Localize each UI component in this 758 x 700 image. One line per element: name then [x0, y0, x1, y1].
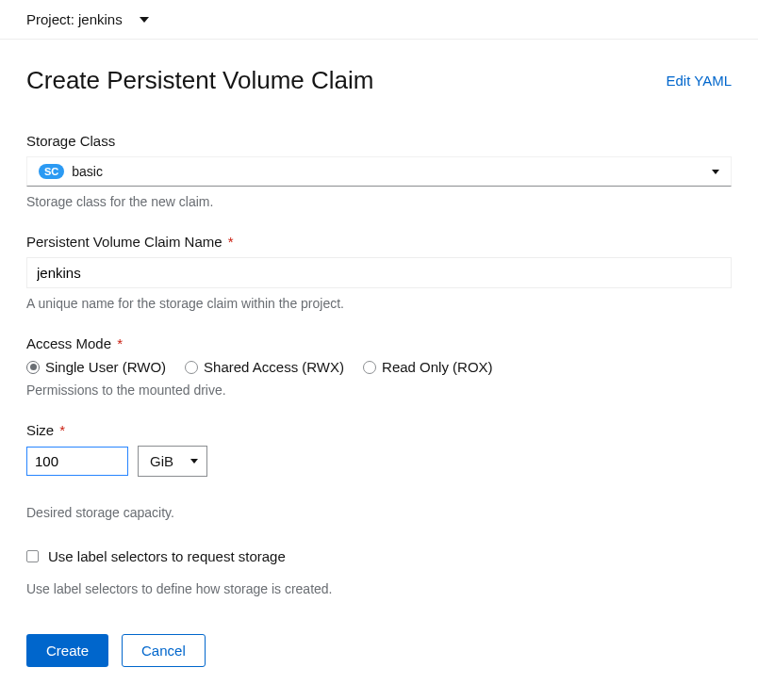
label-selectors-help: Use label selectors to define how storag… — [26, 581, 732, 596]
size-input[interactable] — [26, 447, 128, 476]
access-mode-help: Permissions to the mounted drive. — [26, 383, 732, 398]
access-mode-rwx[interactable]: Shared Access (RWX) — [185, 359, 344, 375]
size-help: Desired storage capacity. — [26, 505, 732, 520]
access-mode-label: Access Mode * — [26, 335, 732, 351]
storage-class-value: basic — [72, 164, 103, 179]
radio-icon — [185, 361, 198, 374]
radio-icon — [26, 361, 40, 374]
edit-yaml-link[interactable]: Edit YAML — [667, 73, 732, 89]
pvc-name-help: A unique name for the storage claim with… — [26, 296, 732, 311]
page-title: Create Persistent Volume Claim — [26, 66, 373, 95]
caret-down-icon — [712, 170, 719, 174]
create-button[interactable]: Create — [26, 634, 108, 667]
caret-down-icon — [140, 17, 149, 23]
storage-class-label: Storage Class — [26, 133, 732, 149]
size-unit-dropdown[interactable]: GiB — [138, 446, 207, 477]
cancel-button[interactable]: Cancel — [122, 634, 206, 667]
project-label: Project: jenkins — [26, 11, 123, 27]
project-selector[interactable]: Project: jenkins — [0, 0, 758, 40]
caret-down-icon — [190, 459, 198, 464]
access-mode-rwo[interactable]: Single User (RWO) — [26, 359, 166, 375]
label-selectors-checkbox[interactable]: Use label selectors to request storage — [26, 548, 732, 564]
label-selectors-label: Use label selectors to request storage — [48, 548, 286, 564]
pvc-name-label: Persistent Volume Claim Name * — [26, 234, 732, 250]
storage-class-help: Storage class for the new claim. — [26, 194, 732, 209]
pvc-name-input[interactable] — [26, 257, 732, 288]
checkbox-icon — [26, 550, 39, 562]
access-mode-rox[interactable]: Read Only (ROX) — [363, 359, 493, 375]
radio-icon — [363, 361, 376, 374]
sc-badge-icon: SC — [39, 164, 64, 179]
storage-class-dropdown[interactable]: SC basic — [26, 156, 732, 187]
size-label: Size * — [26, 422, 732, 438]
